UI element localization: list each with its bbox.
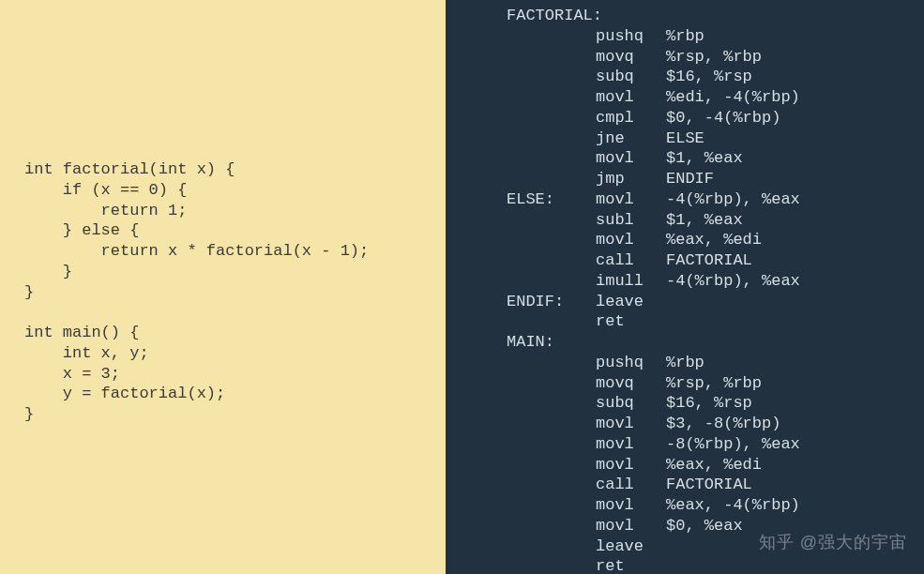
asm-code-line: movq%rsp, %rbp <box>596 47 924 68</box>
c-code-line: int factorial(int x) { <box>24 159 446 180</box>
asm-mnemonic: movl <box>596 87 666 108</box>
asm-label: MAIN: <box>507 332 596 353</box>
asm-operands: %eax, %edi <box>666 456 762 474</box>
asm-code-line: imull-4(%rbp), %eax <box>596 271 924 292</box>
asm-operands: $1, %eax <box>666 211 743 229</box>
asm-mnemonic: ret <box>596 311 666 332</box>
asm-code-line: FACTORIAL: <box>596 6 924 26</box>
asm-mnemonic: subq <box>596 67 666 87</box>
asm-mnemonic: movl <box>596 230 666 250</box>
c-code-line: x = 3; <box>24 364 446 385</box>
asm-mnemonic: pushq <box>596 26 666 47</box>
c-code-line: return x * factorial(x - 1); <box>24 241 446 262</box>
asm-mnemonic: subq <box>596 393 666 414</box>
asm-code-line: subq$16, %rsp <box>596 67 924 87</box>
asm-operands: $0, -4(%rbp) <box>666 109 780 127</box>
asm-code-line: movl%eax, -4(%rbp) <box>596 495 924 516</box>
asm-code-line: jmpENDIF <box>596 169 924 189</box>
c-code-line: int main() { <box>24 323 446 343</box>
asm-code-line: subl$1, %eax <box>596 210 924 231</box>
asm-operands: $0, %eax <box>666 517 743 535</box>
asm-operands: %eax, -4(%rbp) <box>666 496 800 514</box>
asm-operands: %rsp, %rbp <box>666 374 762 392</box>
asm-mnemonic: movl <box>596 148 666 169</box>
asm-operands: $16, %rsp <box>666 68 752 85</box>
asm-operands: $1, %eax <box>666 149 743 167</box>
asm-code-line: movl-8(%rbp), %eax <box>596 434 924 455</box>
asm-mnemonic: movl <box>596 455 666 476</box>
asm-mnemonic: subl <box>596 210 666 231</box>
c-code-line: } <box>24 404 446 425</box>
asm-operands: -4(%rbp), %eax <box>666 272 800 290</box>
asm-label: FACTORIAL: <box>507 6 596 26</box>
asm-mnemonic: movl <box>596 414 666 434</box>
asm-operands: $16, %rsp <box>666 394 752 412</box>
asm-operands: %rbp <box>666 27 704 45</box>
asm-code-line: jneELSE <box>596 128 924 149</box>
asm-operands: FACTORIAL <box>666 476 752 493</box>
c-code-line: int x, y; <box>24 343 446 364</box>
c-code-line: } <box>24 282 446 303</box>
asm-code-line: ret <box>596 556 924 574</box>
asm-code-line: movl$3, -8(%rbp) <box>596 414 924 434</box>
asm-code-line: movl%eax, %edi <box>596 230 924 250</box>
c-code-line: } <box>24 262 446 282</box>
asm-operands: %edi, -4(%rbp) <box>666 88 800 106</box>
asm-code-line: callFACTORIAL <box>596 250 924 271</box>
asm-mnemonic: leave <box>596 536 666 557</box>
asm-operands: %rbp <box>666 354 704 371</box>
asm-code-line: leave <box>596 536 924 557</box>
asm-mnemonic: cmpl <box>596 108 666 128</box>
c-source-panel: int factorial(int x) { if (x == 0) { ret… <box>0 0 446 574</box>
asm-mnemonic: movl <box>596 495 666 516</box>
asm-operands: ELSE <box>666 129 704 147</box>
asm-code-line: movl%eax, %edi <box>596 455 924 476</box>
c-code-line: return 1; <box>24 201 446 221</box>
asm-code-line: movl$0, %eax <box>596 516 924 536</box>
asm-code-line: movl$1, %eax <box>596 148 924 169</box>
asm-label: ELSE: <box>507 189 596 210</box>
asm-code-line: ENDIF:leave <box>596 292 924 312</box>
asm-mnemonic: movl <box>596 434 666 455</box>
asm-mnemonic: movq <box>596 373 666 394</box>
asm-operands: %eax, %edi <box>666 231 762 249</box>
c-code-line: if (x == 0) { <box>24 180 446 201</box>
asm-code-line: ret <box>596 311 924 332</box>
asm-code-line: ELSE:movl-4(%rbp), %eax <box>596 189 924 210</box>
asm-code-line: callFACTORIAL <box>596 475 924 495</box>
asm-code-line: MAIN: <box>596 332 924 353</box>
asm-code-line: movq%rsp, %rbp <box>596 373 924 394</box>
asm-code-line: cmpl$0, -4(%rbp) <box>596 108 924 128</box>
asm-code-line: movl%edi, -4(%rbp) <box>596 87 924 108</box>
asm-mnemonic: jmp <box>596 169 666 189</box>
assembly-panel: FACTORIAL:pushq%rbpmovq%rsp, %rbpsubq$16… <box>446 0 924 574</box>
asm-mnemonic: call <box>596 250 666 271</box>
asm-code-line: subq$16, %rsp <box>596 393 924 414</box>
asm-mnemonic: imull <box>596 271 666 292</box>
asm-mnemonic: ret <box>596 556 666 574</box>
c-code-line: } else { <box>24 220 446 241</box>
asm-operands: FACTORIAL <box>666 251 752 269</box>
asm-label: ENDIF: <box>507 292 596 312</box>
c-code-line: y = factorial(x); <box>24 384 446 404</box>
asm-operands: ENDIF <box>666 170 714 188</box>
asm-mnemonic: jne <box>596 128 666 149</box>
c-code-line <box>24 302 446 323</box>
asm-mnemonic: leave <box>596 292 666 312</box>
asm-code-line: pushq%rbp <box>596 26 924 47</box>
asm-operands: -8(%rbp), %eax <box>666 435 800 453</box>
c-source-code: int factorial(int x) { if (x == 0) { ret… <box>24 159 446 425</box>
asm-mnemonic: movl <box>596 189 666 210</box>
assembly-code: FACTORIAL:pushq%rbpmovq%rsp, %rbpsubq$16… <box>596 6 924 574</box>
asm-mnemonic: pushq <box>596 353 666 373</box>
asm-operands: -4(%rbp), %eax <box>666 190 800 208</box>
asm-mnemonic: movl <box>596 516 666 536</box>
asm-mnemonic: movq <box>596 47 666 68</box>
asm-operands: %rsp, %rbp <box>666 48 762 66</box>
asm-operands: $3, -8(%rbp) <box>666 415 780 432</box>
asm-mnemonic: call <box>596 475 666 495</box>
asm-code-line: pushq%rbp <box>596 353 924 373</box>
